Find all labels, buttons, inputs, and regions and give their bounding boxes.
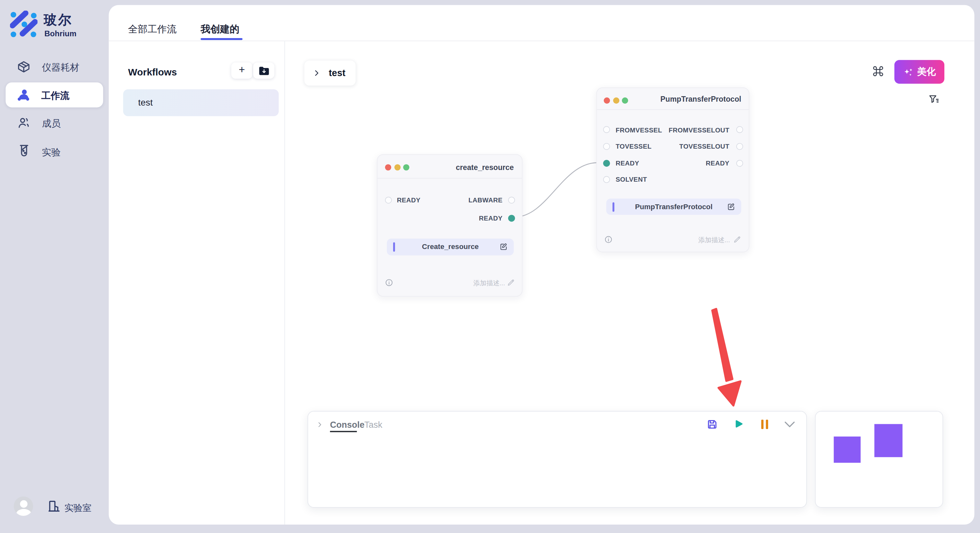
node-pump-transfer-protocol[interactable]: PumpTransferProtocol FROMVESSEL FROMVESS… [596, 87, 749, 252]
building-icon [47, 499, 60, 514]
console-tab-underline [330, 431, 357, 432]
port-out-tovesselout[interactable] [736, 143, 743, 150]
port-out-ready[interactable] [736, 160, 743, 167]
info-icon[interactable] [605, 235, 612, 244]
traffic-yellow-dot [394, 164, 400, 170]
port-label: READY [397, 196, 421, 204]
port-label: LABWARE [468, 196, 502, 204]
port-label: SOLVENT [616, 176, 647, 183]
traffic-red-dot [604, 97, 610, 104]
workspace-label[interactable]: 实验室 [65, 502, 92, 514]
traffic-yellow-dot [613, 97, 619, 104]
members-icon [17, 116, 30, 130]
app-root: 玻尔 Bohrium 仪器耗材 工作流 [0, 0, 980, 533]
minimap-node [834, 436, 861, 463]
package-icon [17, 60, 30, 73]
collapse-chevron-icon[interactable] [316, 421, 323, 428]
minimap-node [874, 424, 902, 457]
port-in-fromvessel[interactable] [603, 126, 609, 133]
sidebar: 玻尔 Bohrium 仪器耗材 工作流 [0, 0, 109, 533]
sidebar-item-label: 工作流 [41, 90, 69, 102]
sidebar-item-label: 实验 [42, 147, 60, 159]
node-action-label: PumpTransferProtocol [606, 203, 741, 210]
port-label: READY [616, 159, 640, 167]
annotation-arrow [705, 305, 756, 411]
edit-icon[interactable] [727, 202, 736, 211]
node-title: create_resource [456, 163, 514, 171]
traffic-red-dot [385, 164, 391, 170]
main-surface: 全部工作流 我创建的 Workflows + test test [109, 5, 975, 525]
port-label: READY [479, 214, 503, 222]
port-label: FROMVESSEL [616, 126, 662, 133]
node-header: create_resource [377, 155, 522, 178]
minimap[interactable] [815, 411, 943, 508]
info-icon[interactable] [385, 279, 393, 287]
bohrium-logo-icon [10, 11, 38, 38]
port-in-solvent[interactable] [603, 176, 609, 182]
traffic-green-dot [622, 97, 628, 104]
description-placeholder[interactable]: 添加描述... [473, 279, 505, 288]
chevron-down-icon[interactable] [784, 421, 795, 428]
port-out-labware[interactable] [508, 197, 515, 203]
edit-icon[interactable] [500, 242, 508, 251]
tab-task[interactable]: Task [364, 420, 382, 430]
node-action-label: Create_resource [387, 243, 514, 250]
port-label: TOVESSELOUT [679, 143, 730, 150]
port-label: TOVESSEL [616, 143, 652, 150]
description-placeholder[interactable]: 添加描述... [698, 236, 730, 245]
user-avatar[interactable] [14, 497, 33, 516]
test-tube-icon [18, 144, 30, 159]
node-action-button[interactable]: Create_resource [387, 239, 514, 255]
port-label: FROMVESSELOUT [668, 126, 729, 133]
console-panel: Console Task [307, 411, 807, 508]
pause-icon[interactable] [760, 419, 769, 430]
port-out-ready[interactable] [508, 214, 515, 221]
port-out-fromvesselout[interactable] [736, 126, 743, 133]
port-in-ready[interactable] [603, 160, 609, 167]
pencil-icon[interactable] [733, 235, 741, 244]
port-label: READY [706, 159, 730, 167]
traffic-green-dot [403, 164, 409, 170]
sidebar-item-label: 成员 [42, 118, 60, 130]
play-icon[interactable] [732, 418, 745, 430]
save-icon[interactable] [706, 418, 718, 430]
node-action-button[interactable]: PumpTransferProtocol [606, 198, 741, 215]
port-in-tovessel[interactable] [603, 143, 609, 150]
sidebar-item-label: 仪器耗材 [42, 62, 80, 74]
tab-console[interactable]: Console [330, 420, 364, 430]
port-in-ready[interactable] [385, 197, 391, 203]
node-create-resource[interactable]: create_resource READY LABWARE READY Crea… [377, 154, 522, 297]
node-title: PumpTransferProtocol [660, 95, 741, 104]
node-header: PumpTransferProtocol [597, 88, 749, 110]
workflow-icon [16, 88, 30, 102]
brand-name-zh: 玻尔 [44, 11, 73, 29]
brand-name-en: Bohrium [45, 30, 76, 38]
pencil-icon[interactable] [507, 279, 515, 287]
